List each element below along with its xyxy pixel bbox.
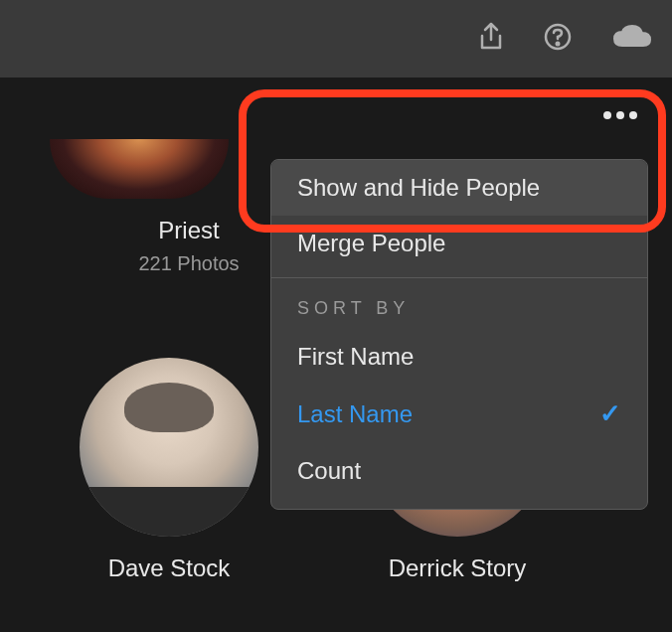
more-options-button[interactable] — [603, 111, 637, 119]
avatar — [50, 139, 229, 199]
sort-count[interactable]: Count — [271, 443, 647, 499]
avatar — [80, 358, 258, 537]
person-name: Derrick Story — [368, 554, 547, 582]
sort-first-name[interactable]: First Name — [271, 329, 647, 385]
options-dropdown: Show and Hide People Merge People SORT B… — [270, 159, 648, 510]
menu-label: Count — [297, 457, 361, 485]
checkmark-icon: ✓ — [599, 398, 621, 429]
menu-label: Show and Hide People — [297, 174, 540, 202]
menu-show-hide-people[interactable]: Show and Hide People — [271, 160, 647, 216]
ellipsis-icon — [603, 111, 611, 119]
menu-label: Merge People — [297, 230, 445, 257]
help-icon[interactable] — [543, 22, 573, 56]
menu-label: Last Name — [297, 400, 413, 428]
person-card-dave-stock[interactable]: Dave Stock — [80, 358, 258, 582]
cloud-icon[interactable] — [610, 22, 654, 56]
sort-last-name[interactable]: Last Name ✓ — [271, 385, 647, 443]
menu-merge-people[interactable]: Merge People — [271, 216, 647, 271]
menu-label: First Name — [297, 343, 414, 371]
divider — [271, 277, 647, 278]
sort-by-header: SORT BY — [271, 284, 647, 329]
person-name: Dave Stock — [80, 554, 258, 582]
svg-point-1 — [557, 43, 560, 46]
share-icon[interactable] — [477, 22, 505, 56]
top-toolbar — [0, 0, 672, 78]
